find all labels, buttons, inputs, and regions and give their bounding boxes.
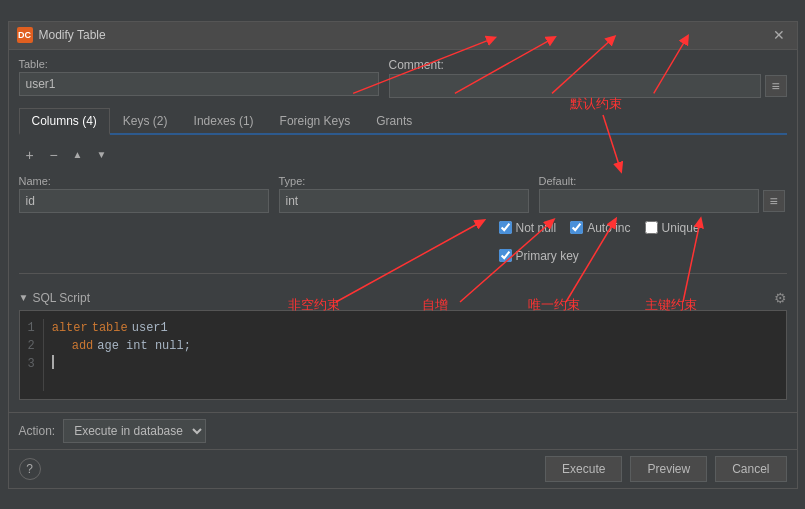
sql-column-def: age int null; xyxy=(97,337,191,355)
sql-editor[interactable]: 1 2 3 alter table user1 xyxy=(19,310,787,400)
move-down-button[interactable]: ▼ xyxy=(91,145,113,165)
name-field-label: Name: xyxy=(19,175,269,187)
dialog-title: Modify Table xyxy=(39,28,106,42)
text-cursor xyxy=(52,355,54,369)
sql-line-2: add age int null; xyxy=(52,337,191,355)
preview-button[interactable]: Preview xyxy=(630,456,707,482)
primary-key-checkbox-item[interactable]: Primary key xyxy=(499,249,579,263)
line-numbers: 1 2 3 xyxy=(28,319,44,391)
primary-key-label: Primary key xyxy=(516,249,579,263)
sql-header: ▼ SQL Script ⚙ xyxy=(19,286,787,310)
sql-table-keyword: table xyxy=(92,319,128,337)
dialog-body: Table: Comment: ≡ Columns (4) Keys (2) I… xyxy=(9,50,797,408)
action-bar: Action: Execute in database Preview only xyxy=(9,412,797,449)
auto-inc-label: Auto inc xyxy=(587,221,630,235)
checkboxes-row: Not null Auto inc Unique Primary key xyxy=(19,221,787,263)
action-label: Action: xyxy=(19,424,56,438)
columns-toolbar: + − ▲ ▼ xyxy=(19,141,787,169)
table-name-input[interactable] xyxy=(19,72,379,96)
tab-grants[interactable]: Grants xyxy=(363,108,425,135)
tab-indexes[interactable]: Indexes (1) xyxy=(181,108,267,135)
default-group: Default: ≡ xyxy=(539,175,785,213)
sql-table-name: user1 xyxy=(132,319,168,337)
sql-section: ▼ SQL Script ⚙ 1 2 3 al xyxy=(19,286,787,400)
type-group: Type: xyxy=(279,175,529,213)
unique-label: Unique xyxy=(662,221,700,235)
title-bar-left: DC Modify Table xyxy=(17,27,106,43)
auto-inc-checkbox-item[interactable]: Auto inc xyxy=(570,221,630,235)
bottom-bar: ? Execute Preview Cancel xyxy=(9,449,797,488)
separator xyxy=(19,273,787,274)
unique-checkbox-item[interactable]: Unique xyxy=(645,221,700,235)
sql-content: alter table user1 add age int null; xyxy=(52,319,778,391)
not-null-label: Not null xyxy=(516,221,557,235)
title-bar: DC Modify Table ✕ xyxy=(9,22,797,50)
default-field-label: Default: xyxy=(539,175,785,187)
sql-title: ▼ SQL Script xyxy=(19,291,90,305)
cancel-button[interactable]: Cancel xyxy=(715,456,786,482)
column-name-input[interactable] xyxy=(19,189,269,213)
sql-alter-keyword: alter xyxy=(52,319,88,337)
bottom-right: Execute Preview Cancel xyxy=(545,456,786,482)
comment-input[interactable] xyxy=(389,74,761,98)
close-button[interactable]: ✕ xyxy=(769,27,789,43)
table-label: Table: xyxy=(19,58,379,70)
comment-text-btn[interactable]: ≡ xyxy=(765,75,787,97)
action-select[interactable]: Execute in database Preview only xyxy=(63,419,206,443)
column-default-input[interactable] xyxy=(539,189,759,213)
add-column-button[interactable]: + xyxy=(19,145,41,165)
comment-label: Comment: xyxy=(389,58,787,72)
field-definition-row: Name: Type: Default: ≡ xyxy=(19,175,787,213)
table-name-group: Table: xyxy=(19,58,379,96)
columns-section: Name: Type: Default: ≡ xyxy=(19,175,787,263)
not-null-checkbox-item[interactable]: Not null xyxy=(499,221,557,235)
primary-key-checkbox[interactable] xyxy=(499,249,512,262)
table-comment-row: Table: Comment: ≡ xyxy=(19,58,787,98)
app-icon: DC xyxy=(17,27,33,43)
type-field-label: Type: xyxy=(279,175,529,187)
help-button[interactable]: ? xyxy=(19,458,41,480)
tab-keys[interactable]: Keys (2) xyxy=(110,108,181,135)
tab-columns[interactable]: Columns (4) xyxy=(19,108,110,135)
sql-add-keyword: add xyxy=(72,337,94,355)
tabs-bar: Columns (4) Keys (2) Indexes (1) Foreign… xyxy=(19,108,787,135)
sql-title-text: SQL Script xyxy=(32,291,90,305)
bottom-left: ? xyxy=(19,458,41,480)
not-null-checkbox[interactable] xyxy=(499,221,512,234)
comment-row: ≡ xyxy=(389,74,787,98)
name-group: Name: xyxy=(19,175,269,213)
default-text-btn[interactable]: ≡ xyxy=(763,190,785,212)
comment-group: Comment: ≡ xyxy=(389,58,787,98)
remove-column-button[interactable]: − xyxy=(43,145,65,165)
unique-checkbox[interactable] xyxy=(645,221,658,234)
move-up-button[interactable]: ▲ xyxy=(67,145,89,165)
column-type-input[interactable] xyxy=(279,189,529,213)
collapse-icon[interactable]: ▼ xyxy=(19,292,29,303)
modify-table-dialog: DC Modify Table ✕ Table: Comment: ≡ Colu… xyxy=(8,21,798,489)
gear-icon[interactable]: ⚙ xyxy=(774,290,787,306)
sql-line-3 xyxy=(52,355,191,369)
auto-inc-checkbox[interactable] xyxy=(570,221,583,234)
sql-line-1: alter table user1 xyxy=(52,319,191,337)
tab-foreign-keys[interactable]: Foreign Keys xyxy=(267,108,364,135)
execute-button[interactable]: Execute xyxy=(545,456,622,482)
